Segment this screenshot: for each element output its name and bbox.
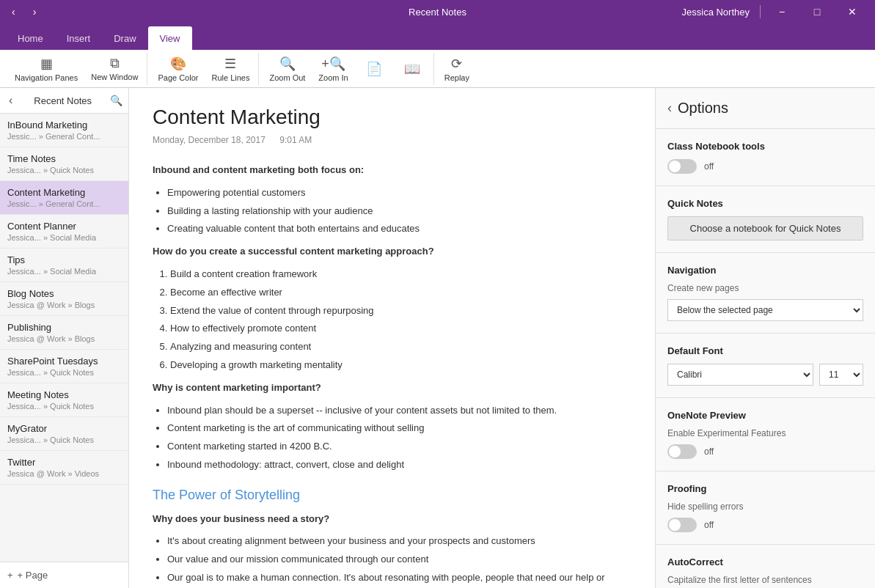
section-heading-3: Why is content marketing important? <box>153 382 321 393</box>
tab-insert[interactable]: Insert <box>55 26 103 50</box>
content-body: Inbound and content marketing both focus… <box>153 163 631 588</box>
page-title: Content Marketing <box>153 106 631 129</box>
sidebar-item-title: Tips <box>7 254 121 265</box>
class-notebook-toggle-row: off <box>667 159 863 174</box>
class-notebook-toggle[interactable] <box>667 159 697 174</box>
sidebar-item-tips[interactable]: Tips Jessica... » Social Media <box>0 249 128 282</box>
section-heading-1: Inbound and content marketing both focus… <box>153 164 364 175</box>
page-view-button[interactable]: 📄 <box>356 53 392 85</box>
title-bar-right: Jessica Northey − □ ✕ <box>682 0 869 23</box>
sidebar-item-content-planner[interactable]: Content Planner Jessica... » Social Medi… <box>0 215 128 249</box>
close-button[interactable]: ✕ <box>835 0 869 23</box>
page-view-icon: 📄 <box>366 61 382 77</box>
sidebar-back-button[interactable]: ‹ <box>6 92 15 109</box>
replay-label: Replay <box>444 73 469 82</box>
list-item: Extend the value of content through repu… <box>170 304 631 319</box>
create-pages-dropdown[interactable]: Below the selected page At the end of se… <box>667 299 863 321</box>
sidebar-item-sub: Jessica @ Work » Blogs <box>7 334 121 343</box>
new-window-label: New Window <box>91 73 138 81</box>
rule-lines-label: Rule Lines <box>211 73 249 82</box>
page-color-label: Page Color <box>158 73 198 82</box>
tab-draw[interactable]: Draw <box>102 26 147 50</box>
toolbar-group-panes: ▦ Navigation Panes ⧉ New Window <box>6 53 147 85</box>
forward-arrow-button[interactable]: › <box>27 3 43 21</box>
ordered-list-1: Build a content creation framework Becom… <box>170 267 631 373</box>
options-back-button[interactable]: ‹ <box>667 100 672 116</box>
sidebar-search-button[interactable]: 🔍 <box>110 95 122 106</box>
proofing-toggle-label: off <box>704 520 714 530</box>
sidebar-item-time-notes[interactable]: Time Notes Jessica... » Quick Notes <box>0 147 128 181</box>
new-window-button[interactable]: ⧉ New Window <box>85 53 144 85</box>
section-quick-notes: Quick Notes Choose a notebook for Quick … <box>656 186 875 253</box>
list-item: Developing a growth marketing mentality <box>170 358 631 373</box>
toolbar-group-page: 🎨 Page Color ☰ Rule Lines <box>149 53 259 85</box>
sidebar: ‹ Recent Notes 🔍 InBound Marketing Jessi… <box>0 88 129 588</box>
list-item: Inbound plan should be a superset -- inc… <box>167 403 631 419</box>
add-page-button[interactable]: + + Page <box>0 562 128 588</box>
proofing-sub: Hide spelling errors <box>667 501 863 512</box>
sidebar-item-sub: Jessica... » Social Media <box>7 233 121 242</box>
navigation-panes-button[interactable]: ▦ Navigation Panes <box>9 53 84 85</box>
sidebar-item-title: Meeting Notes <box>7 389 121 400</box>
window-title: Recent Notes <box>409 7 466 18</box>
zoom-in-button[interactable]: +🔍 Zoom In <box>312 53 354 85</box>
page-color-button[interactable]: 🎨 Page Color <box>152 53 204 85</box>
section-proofing: Proofing Hide spelling errors off <box>656 471 875 545</box>
font-row: Calibri Arial Times New Roman Segoe UI 8… <box>667 364 863 386</box>
zoom-out-icon: 🔍 <box>279 56 296 72</box>
sidebar-item-sub: Jessic... » General Cont... <box>7 199 121 208</box>
section-heading-2: How do you create a successful content m… <box>153 246 434 257</box>
minimize-button[interactable]: − <box>765 0 799 23</box>
maximize-button[interactable]: □ <box>800 0 834 23</box>
add-page-label: + Page <box>18 570 48 581</box>
list-item: Content marketing is the art of communic… <box>167 421 631 436</box>
sidebar-item-mygrator[interactable]: MyGrator Jessica... » Quick Notes <box>0 417 128 451</box>
list-item: Building a lasting relationship with you… <box>167 204 631 219</box>
reading-view-button[interactable]: 📖 <box>394 53 431 85</box>
proofing-toggle[interactable] <box>667 518 697 532</box>
list-item: Our goal is to make a human connection. … <box>167 570 631 588</box>
onenote-preview-toggle-row: off <box>667 444 863 459</box>
font-size-dropdown[interactable]: 8 9 10 11 12 14 16 <box>819 364 863 386</box>
zoom-in-label: Zoom In <box>318 73 348 82</box>
sidebar-item-title: MyGrator <box>7 423 121 434</box>
toolbar-group-replay: ⟳ Replay <box>436 53 478 85</box>
sidebar-item-sub: Jessica... » Quick Notes <box>7 436 121 444</box>
sidebar-item-inbound-marketing[interactable]: InBound Marketing Jessic... » General Co… <box>0 114 128 147</box>
sidebar-header: ‹ Recent Notes 🔍 <box>0 88 128 114</box>
sidebar-item-title: InBound Marketing <box>7 120 121 131</box>
sidebar-item-blog-notes[interactable]: Blog Notes Jessica @ Work » Blogs <box>0 282 128 316</box>
rule-lines-icon: ☰ <box>224 56 236 72</box>
options-title: Options <box>678 100 728 117</box>
sidebar-item-content-marketing[interactable]: Content Marketing Jessic... » General Co… <box>0 181 128 215</box>
font-family-dropdown[interactable]: Calibri Arial Times New Roman Segoe UI <box>667 364 813 386</box>
rule-lines-button[interactable]: ☰ Rule Lines <box>205 53 255 85</box>
quick-notes-title: Quick Notes <box>667 198 863 209</box>
sidebar-item-sub: Jessic... » General Cont... <box>7 132 121 141</box>
zoom-in-icon: +🔍 <box>321 56 345 72</box>
sidebar-item-sharepoint-tuesdays[interactable]: SharePoint Tuesdays Jessica... » Quick N… <box>0 350 128 383</box>
ribbon-toolbar: ▦ Navigation Panes ⧉ New Window 🎨 Page C… <box>0 50 875 88</box>
replay-button[interactable]: ⟳ Replay <box>439 53 475 85</box>
replay-icon: ⟳ <box>451 56 462 72</box>
default-font-title: Default Font <box>667 345 863 356</box>
sidebar-item-meeting-notes[interactable]: Meeting Notes Jessica... » Quick Notes <box>0 383 128 417</box>
onenote-preview-sub: Enable Experimental Features <box>667 428 863 438</box>
list-item: It's about creating alignment between yo… <box>167 534 631 549</box>
page-color-icon: 🎨 <box>170 56 186 72</box>
tab-view[interactable]: View <box>148 26 192 50</box>
sidebar-item-publishing[interactable]: Publishing Jessica @ Work » Blogs <box>0 316 128 350</box>
choose-notebook-button[interactable]: Choose a notebook for Quick Notes <box>667 216 863 240</box>
sidebar-item-sub: Jessica @ Work » Blogs <box>7 301 121 309</box>
page-time: 9:01 AM <box>279 135 312 145</box>
class-notebook-title: Class Notebook tools <box>667 141 863 152</box>
zoom-out-button[interactable]: 🔍 Zoom Out <box>263 53 311 85</box>
sidebar-item-title: Content Planner <box>7 221 121 232</box>
onenote-preview-toggle[interactable] <box>667 444 697 459</box>
title-bar: ‹ › Recent Notes Jessica Northey − □ ✕ <box>0 0 875 23</box>
tab-home[interactable]: Home <box>6 26 55 50</box>
section-class-notebook: Class Notebook tools off <box>656 129 875 186</box>
back-arrow-button[interactable]: ‹ <box>6 3 21 21</box>
sidebar-item-sub: Jessica... » Social Media <box>7 267 121 276</box>
sidebar-item-twitter[interactable]: Twitter Jessica @ Work » Videos <box>0 451 128 485</box>
